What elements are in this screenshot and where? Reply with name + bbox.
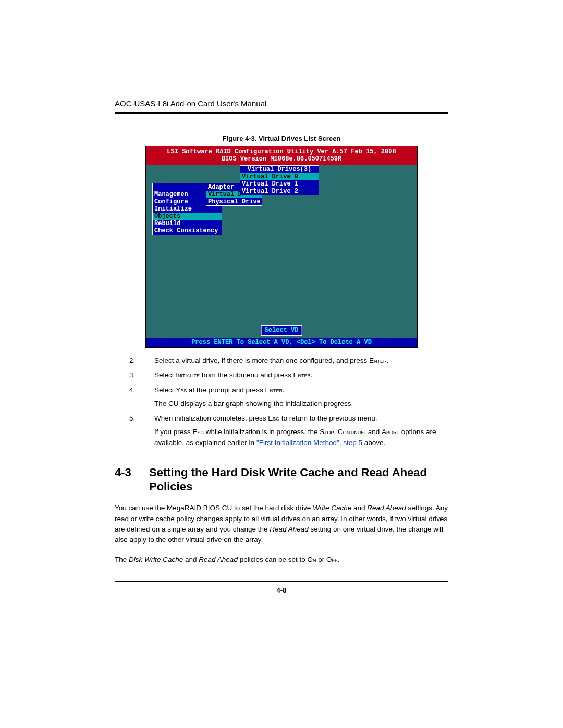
body-text: or: [316, 556, 326, 563]
step-text: from the submenu and press: [200, 371, 293, 379]
key-enter: Enter: [293, 371, 311, 379]
menu-item-vd2[interactable]: Virtual Drive 2: [240, 188, 319, 195]
section-title: Setting the Hard Disk Write Cache and Re…: [149, 466, 448, 494]
body-text: The: [115, 556, 129, 563]
step-3: 3. Select Initialize from the submenu an…: [115, 370, 448, 380]
body-text: .: [338, 556, 340, 563]
bios-vd-menu: Virtual Drives(3) Virtual Drive 0 Virtua…: [240, 165, 319, 195]
footer-rule: [115, 581, 448, 582]
bios-screenshot: LSI Software RAID Configuration Utility …: [146, 146, 417, 347]
body-text: and: [183, 556, 199, 563]
key-esc: Esc: [268, 414, 279, 422]
step-note: If you press Esc while initialization is…: [154, 427, 448, 448]
step-5: 5. When initialization completes, press …: [115, 413, 448, 448]
section-heading: 4-3 Setting the Hard Disk Write Cache an…: [115, 466, 448, 494]
xref-link[interactable]: "First Initialization Method", step 5: [256, 439, 362, 447]
term-read-ahead: Read Ahead: [367, 504, 406, 512]
header-rule: [115, 112, 448, 114]
step-2: 2. Select a virtual drive, if there is m…: [115, 355, 448, 366]
term-read-ahead: Read Ahead: [270, 525, 309, 533]
key-stop: Stop: [320, 428, 334, 436]
step-text: to return to the previous menu.: [279, 414, 377, 422]
key-abort: Abort: [382, 428, 399, 436]
bios-header-line1: LSI Software RAID Configuration Utility …: [146, 148, 417, 155]
bios-header: LSI Software RAID Configuration Utility …: [146, 146, 417, 165]
key-initialize: Initialize: [176, 371, 200, 379]
page-number: 4-8: [115, 586, 448, 594]
step-text: above.: [362, 439, 385, 447]
step-text: .: [386, 356, 388, 364]
menu-item-initialize[interactable]: Initialize: [153, 205, 222, 213]
step-4: 4. Select Yes at the prompt and press En…: [115, 385, 448, 410]
step-text: When initialization completes, press: [154, 414, 268, 422]
value-off: Off: [326, 556, 338, 563]
key-enter: Enter: [265, 386, 283, 394]
body-paragraph-1: You can use the MegaRAID BIOS CU to set …: [115, 503, 448, 545]
body-paragraph-2: The Disk Write Cache and Read Ahead poli…: [115, 554, 448, 565]
term-write-cache: Write Cache: [313, 504, 351, 512]
step-text: If you press: [154, 428, 193, 436]
bios-vd-title: Virtual Drives(3): [240, 166, 319, 173]
key-enter: Enter: [369, 356, 387, 364]
step-number: 4.: [115, 385, 154, 410]
step-text: Select: [154, 371, 176, 379]
key-esc: Esc: [193, 428, 204, 436]
menu-item-rebuild[interactable]: Rebuild: [153, 220, 222, 227]
menu-item-physical-drive[interactable]: Physical Drive: [206, 198, 262, 205]
step-text: while initialization is in progress, the: [204, 428, 320, 436]
term-read-ahead: Read Ahead: [199, 556, 238, 563]
body-text: and: [351, 504, 367, 512]
bios-header-line2: BIOS Version M1068e.86.05071459R: [146, 155, 417, 163]
value-on: On: [307, 556, 316, 563]
instruction-list: 2. Select a virtual drive, if there is m…: [115, 355, 448, 448]
body-text: policies can be set to: [238, 556, 308, 563]
step-text: ,: [334, 428, 338, 436]
step-text: , and: [364, 428, 382, 436]
step-text: at the prompt and press: [187, 386, 265, 394]
menu-item-vd1[interactable]: Virtual Drive 1: [240, 180, 319, 188]
bios-select-vd-hint: Select VD: [261, 325, 302, 336]
step-text: Select a virtual drive, if there is more…: [154, 356, 369, 364]
term-disk-write-cache: Disk Write Cache: [129, 556, 183, 563]
step-number: 2.: [115, 355, 154, 366]
step-text: Select: [154, 386, 176, 394]
menu-item-objects[interactable]: Objects: [153, 213, 222, 220]
menu-item-check-consistency[interactable]: Check Consistency: [153, 227, 222, 235]
body-text: You can use the MegaRAID BIOS CU to set …: [115, 504, 313, 512]
step-text: .: [283, 386, 285, 394]
step-text: .: [311, 371, 313, 379]
bios-footer: Press ENTER To Select A VD, <Del> To Del…: [146, 338, 417, 347]
step-number: 5.: [115, 413, 154, 448]
section-number: 4-3: [115, 466, 149, 494]
running-header: AOC-USAS-L8i Add-on Card User's Manual: [115, 99, 448, 108]
step-note: The CU displays a bar graph showing the …: [154, 399, 448, 409]
step-number: 3.: [115, 370, 154, 380]
key-continue: Continue: [338, 428, 364, 436]
figure-caption: Figure 4-3. Virtual Drives List Screen: [115, 134, 448, 142]
key-yes: Yes: [176, 386, 187, 394]
menu-item-vd0[interactable]: Virtual Drive 0: [240, 173, 319, 180]
